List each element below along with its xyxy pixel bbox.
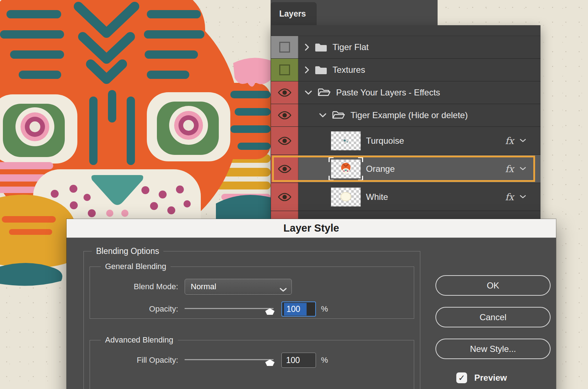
visibility-toggle[interactable] [271, 155, 298, 183]
triangle-slider-handle-icon[interactable] [265, 308, 275, 315]
eye-icon [278, 88, 291, 97]
visibility-toggle[interactable] [271, 183, 298, 211]
blending-options-group: Blending Options General Blending Blend … [83, 246, 420, 389]
folder-open-icon [317, 88, 331, 98]
layer-name: Tiger Flat [333, 42, 368, 52]
folder-icon [315, 65, 327, 75]
layer-row-orange[interactable]: Orange fx [271, 155, 540, 183]
eye-icon [278, 192, 291, 202]
layer-name: Tiger Example (Hide or delete) [350, 110, 468, 120]
opacity-label: Opacity: [97, 304, 178, 314]
general-blending-label: General Blending [101, 262, 171, 271]
layer-thumbnail[interactable] [331, 187, 361, 207]
preview-checkbox[interactable] [456, 372, 467, 383]
triangle-slider-handle-icon[interactable] [265, 359, 275, 366]
chevron-down-icon[interactable] [304, 90, 312, 95]
ok-button[interactable]: OK [435, 275, 551, 296]
dialog-button-column: OK Cancel New Style... Preview [435, 275, 551, 383]
folder-open-icon [332, 110, 345, 120]
fx-icon[interactable]: fx [505, 135, 514, 146]
fill-opacity-row: Fill Opacity: 100 % [97, 352, 407, 368]
opacity-unit: % [321, 304, 328, 314]
fill-opacity-input[interactable]: 100 [281, 353, 316, 368]
visibility-toggle[interactable] [271, 104, 298, 126]
blend-mode-row: Blend Mode: Normal [97, 278, 407, 295]
layer-row-paste-your-layers-effects[interactable]: Paste Your Layers - Effects [271, 81, 540, 104]
dialog-body: Blending Options General Blending Blend … [67, 238, 556, 389]
general-blending-group: General Blending Blend Mode: Normal Opac… [90, 262, 414, 319]
advanced-blending-group: Advanced Blending Fill Opacity: 100 % [90, 335, 414, 389]
layers-panel: Tiger Flat Textures [271, 25, 540, 219]
slider-track [185, 308, 273, 309]
preview-label: Preview [474, 373, 507, 383]
layer-row-turquoise[interactable]: Turquoise fx [271, 127, 540, 155]
eye-icon [278, 111, 291, 120]
opacity-value: 100 [284, 303, 307, 316]
layer-row-tiger-flat[interactable]: Tiger Flat [271, 36, 540, 59]
layer-name: White [366, 192, 388, 202]
thumbnail-tiger-art [338, 161, 354, 176]
opacity-slider[interactable] [185, 304, 273, 314]
cancel-button[interactable]: Cancel [435, 307, 551, 327]
layer-name: Paste Your Layers - Effects [336, 88, 440, 98]
layer-row-textures[interactable]: Textures [271, 59, 540, 81]
layer-thumbnail[interactable] [331, 131, 361, 151]
slider-track [185, 359, 273, 360]
chevron-down-icon[interactable] [319, 113, 327, 118]
chevron-down-icon [279, 285, 287, 294]
dialog-title: Layer Style [284, 222, 339, 234]
fill-opacity-unit: % [321, 356, 328, 365]
effects-chevron-down-icon[interactable] [520, 195, 526, 199]
blend-mode-label: Blend Mode: [97, 282, 178, 291]
layer-name: Turquoise [366, 136, 404, 146]
chevron-right-icon[interactable] [304, 43, 309, 51]
empty-checkbox-icon [279, 42, 290, 53]
dialog-header[interactable]: Layer Style [67, 219, 556, 238]
layer-name: Orange [366, 164, 395, 174]
effects-chevron-down-icon[interactable] [520, 167, 526, 171]
empty-checkbox-icon [279, 64, 290, 75]
layer-row-tiger-example[interactable]: Tiger Example (Hide or delete) [271, 104, 540, 127]
visibility-toggle[interactable] [271, 59, 298, 81]
eye-icon [278, 164, 291, 174]
blending-options-label: Blending Options [92, 246, 163, 256]
opacity-row: Opacity: 100 % [97, 301, 407, 317]
tab-layers-label: Layers [279, 9, 306, 19]
fill-opacity-label: Fill Opacity: [97, 356, 178, 365]
blend-mode-value: Normal [191, 282, 216, 291]
preview-option: Preview [435, 372, 551, 383]
fx-icon[interactable]: fx [505, 192, 514, 202]
layer-style-dialog: Layer Style Blending Options General Ble… [67, 219, 556, 389]
visibility-toggle[interactable] [271, 127, 298, 155]
blend-mode-select[interactable]: Normal [185, 279, 292, 295]
visibility-toggle[interactable] [271, 211, 298, 219]
eye-icon [278, 136, 291, 146]
advanced-blending-label: Advanced Blending [101, 335, 178, 345]
layer-thumbnail[interactable] [331, 159, 361, 179]
fill-opacity-slider[interactable] [185, 356, 273, 365]
folder-icon [315, 42, 327, 52]
layer-row-partial[interactable] [271, 211, 540, 219]
chevron-right-icon[interactable] [304, 66, 309, 74]
panel-header-strip [271, 25, 540, 36]
visibility-toggle[interactable] [271, 36, 298, 58]
layer-name: Textures [333, 65, 365, 75]
layer-row-white[interactable]: White fx [271, 183, 540, 211]
effects-chevron-down-icon[interactable] [520, 139, 526, 143]
new-style-button[interactable]: New Style... [435, 339, 551, 359]
tiger-chest [0, 195, 77, 286]
visibility-toggle[interactable] [271, 81, 298, 104]
tab-layers[interactable]: Layers [271, 2, 317, 25]
screenshot-canvas: Layers Tiger Flat [0, 0, 588, 389]
fill-opacity-value: 100 [286, 356, 300, 365]
opacity-input[interactable]: 100 [281, 301, 316, 317]
panel-tab-bar: Layers [271, 0, 438, 25]
fx-icon[interactable]: fx [505, 164, 514, 174]
pink-drip-shape [233, 58, 271, 86]
